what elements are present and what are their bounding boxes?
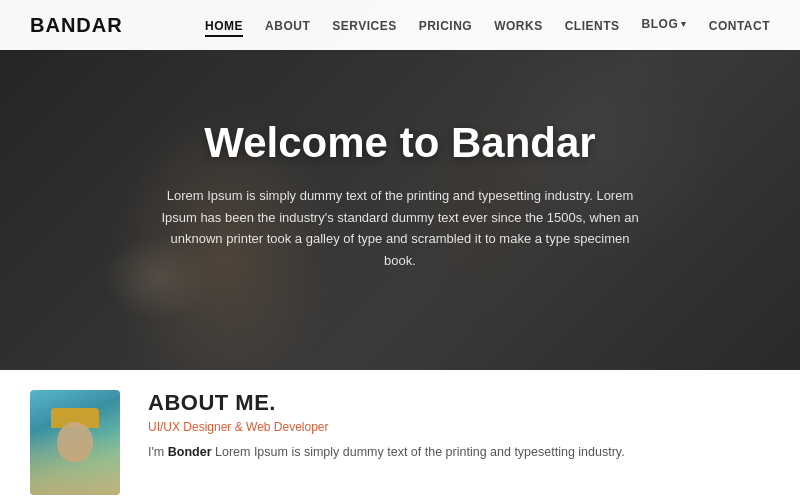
chevron-down-icon: ▾ [681, 19, 687, 29]
nav-item-blog[interactable]: BLOG ▾ [642, 17, 687, 33]
nav-link-about[interactable]: ABOUT [265, 19, 310, 35]
nav-item-works[interactable]: WORKS [494, 16, 543, 34]
nav-link-home[interactable]: HOME [205, 19, 243, 37]
navbar: BANDAR HOME ABOUT SERVICES PRICING WORKS… [0, 0, 800, 50]
nav-link-works[interactable]: WORKS [494, 19, 543, 35]
nav-item-pricing[interactable]: PRICING [419, 16, 473, 34]
nav-menu: HOME ABOUT SERVICES PRICING WORKS CLIENT… [205, 16, 770, 34]
nav-link-blog[interactable]: BLOG ▾ [642, 17, 687, 33]
about-role: UI/UX Designer & Web Developer [148, 420, 770, 434]
hero-title: Welcome to Bandar [160, 119, 640, 167]
nav-link-contact[interactable]: CONTACT [709, 19, 770, 35]
nav-item-about[interactable]: ABOUT [265, 16, 310, 34]
logo[interactable]: BANDAR [30, 14, 123, 37]
nav-link-clients[interactable]: CLIENTS [565, 19, 620, 35]
about-desc-prefix: I'm [148, 445, 168, 459]
nav-item-services[interactable]: SERVICES [332, 16, 396, 34]
nav-item-clients[interactable]: CLIENTS [565, 16, 620, 34]
about-text-block: ABOUT ME. UI/UX Designer & Web Developer… [148, 390, 770, 462]
nav-link-pricing[interactable]: PRICING [419, 19, 473, 35]
hero-description: Lorem Ipsum is simply dummy text of the … [160, 185, 640, 271]
about-section: ABOUT ME. UI/UX Designer & Web Developer… [0, 370, 800, 500]
photo-face [57, 422, 93, 462]
hero-content: Welcome to Bandar Lorem Ipsum is simply … [140, 119, 660, 271]
hero-section: Welcome to Bandar Lorem Ipsum is simply … [0, 0, 800, 370]
about-photo [30, 390, 120, 495]
about-desc-suffix: Lorem Ipsum is simply dummy text of the … [212, 445, 625, 459]
nav-link-services[interactable]: SERVICES [332, 19, 396, 35]
about-heading: ABOUT ME. [148, 390, 770, 416]
nav-item-home[interactable]: HOME [205, 16, 243, 34]
about-description: I'm Bonder Lorem Ipsum is simply dummy t… [148, 442, 770, 462]
about-desc-name: Bonder [168, 445, 212, 459]
nav-item-contact[interactable]: CONTACT [709, 16, 770, 34]
